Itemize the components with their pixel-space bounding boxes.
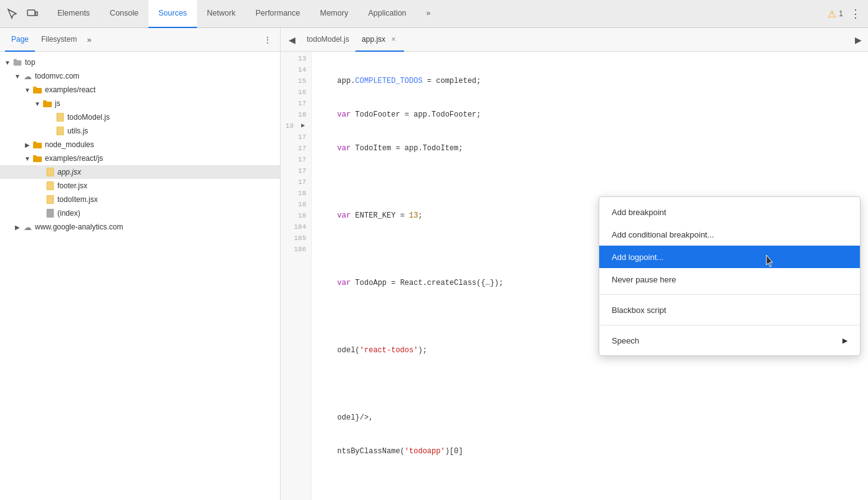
code-line-18b — [319, 479, 861, 491]
svg-rect-5 — [57, 113, 64, 122]
tree-label-utils: utils.js — [67, 127, 88, 135]
code-line-13: app.COMPLETED_TODOS = completed; — [319, 75, 861, 87]
tree-item-examples-react[interactable]: ▼ examples/react — [0, 83, 280, 97]
tab-performance[interactable]: Performance — [246, 0, 311, 28]
tree-arrow-examples-react-js: ▼ — [22, 153, 32, 163]
file-icon-app-jsx — [45, 167, 55, 177]
inspect-icon[interactable] — [5, 6, 20, 21]
svg-rect-10 — [47, 181, 54, 190]
tree-label-node-modules: node_modules — [45, 140, 94, 149]
ctx-blackbox[interactable]: Blackbox script — [599, 299, 860, 321]
ctx-separator-1 — [599, 294, 860, 295]
line-num-18d: 18 — [281, 210, 306, 221]
code-line-17d — [319, 378, 861, 390]
tree-arrow-top: ▼ — [2, 57, 12, 67]
file-icon-index — [45, 208, 55, 218]
editor-tab-app-jsx[interactable]: app.jsx × — [355, 28, 404, 52]
sub-tab-page[interactable]: Page — [5, 28, 35, 52]
editor-tab-bar-right: ▶ — [851, 32, 866, 47]
svg-rect-2 — [14, 60, 21, 65]
code-line-14: var TodoFooter = app.TodoFooter; — [319, 109, 861, 120]
tree-item-js[interactable]: ▼ js — [0, 97, 280, 110]
tab-sources[interactable]: Sources — [148, 0, 197, 28]
ctx-speech-arrow: ▶ — [842, 337, 847, 345]
line-num-17e: 17 — [281, 165, 306, 176]
more-tabs-button[interactable]: » — [417, 0, 441, 28]
editor-collapse-button[interactable]: ▶ — [851, 32, 866, 47]
ctx-speech[interactable]: Speech ▶ — [599, 329, 860, 352]
line-num-19: 19 ▶ — [281, 120, 306, 132]
tree-item-todomvc[interactable]: ▼ ☁ todomvc.com — [0, 69, 280, 83]
svg-rect-0 — [27, 10, 35, 16]
tree-label-todomvc: todomvc.com — [35, 72, 79, 80]
editor-tab-todomodel[interactable]: todoModel.js — [301, 28, 355, 52]
line-num-18b: 18 — [281, 188, 306, 199]
context-menu: Add breakpoint Add conditional breakpoin… — [599, 196, 861, 356]
line-num-17d: 17 — [281, 154, 306, 165]
file-icon-todomodel — [55, 112, 65, 122]
warning-badge[interactable]: ⚠ 1 — [827, 8, 843, 20]
tree-arrow-js: ▼ — [32, 99, 42, 108]
tree-item-index[interactable]: (index) — [0, 206, 280, 220]
file-icon-todoitem-jsx — [45, 195, 55, 204]
more-menu-button[interactable]: ⋮ — [848, 6, 863, 21]
code-line-15: var TodoItem = app.TodoItem; — [319, 143, 861, 154]
cloud-icon-todomvc: ☁ — [22, 71, 32, 81]
tab-network[interactable]: Network — [197, 0, 246, 28]
folder-icon-examples-react — [32, 85, 42, 95]
folder-icon-node-modules — [32, 140, 42, 150]
tree-item-node-modules[interactable]: ▶ node_modules — [0, 138, 280, 151]
sub-tab-actions: ⋮ — [260, 32, 275, 47]
line-num-15: 15 — [281, 75, 306, 87]
tree-label-examples-react: examples/react — [45, 85, 95, 94]
devtools-icons — [5, 6, 40, 21]
tree-item-utils[interactable]: utils.js — [0, 124, 280, 138]
ctx-separator-2 — [599, 325, 860, 325]
left-panel: Page Filesystem » ⋮ ▼ — [0, 28, 281, 500]
tree-item-todoitem-jsx[interactable]: todoItem.jsx — [0, 193, 280, 206]
tree-label-todomodel: todoModel.js — [67, 113, 110, 122]
ctx-never-pause[interactable]: Never pause here — [599, 268, 860, 291]
line-num-14: 14 — [281, 64, 306, 75]
line-num-17: 17 — [281, 98, 306, 109]
line-num-17b: 17 — [281, 132, 306, 143]
tree-arrow-node-modules: ▶ — [22, 140, 32, 150]
tree-item-footer-jsx[interactable]: footer.jsx — [0, 179, 280, 193]
tree-item-todomodel[interactable]: todoModel.js — [0, 110, 280, 124]
tab-elements[interactable]: Elements — [47, 0, 100, 28]
tab-console[interactable]: Console — [100, 0, 148, 28]
line-num-184: 184 — [281, 221, 306, 233]
ctx-add-conditional[interactable]: Add conditional breakpoint... — [599, 223, 860, 246]
top-bar: Elements Console Sources Network Perform… — [0, 0, 868, 28]
tree-label-footer-jsx: footer.jsx — [57, 181, 87, 190]
tree-item-examples-react-js[interactable]: ▼ examples/react/js — [0, 151, 280, 165]
tab-application[interactable]: Application — [358, 0, 416, 28]
file-tree: ▼ top ▼ ☁ todomvc.com ▼ — [0, 52, 280, 500]
editor-back-button[interactable]: ◀ — [283, 31, 301, 49]
svg-rect-6 — [57, 127, 64, 135]
folder-icon-top — [12, 57, 22, 67]
tree-label-top: top — [25, 58, 36, 67]
svg-rect-7 — [33, 143, 42, 148]
tree-label-js: js — [55, 99, 60, 108]
file-icon-utils — [55, 126, 65, 136]
tab-memory[interactable]: Memory — [310, 0, 358, 28]
sub-tab-action-more[interactable]: ⋮ — [260, 32, 275, 47]
editor-tab-close-app-jsx[interactable]: × — [389, 35, 398, 44]
tree-item-google-analytics[interactable]: ▶ ☁ www.google-analytics.com — [0, 220, 280, 234]
sub-tab-filesystem[interactable]: Filesystem — [35, 28, 83, 52]
top-bar-right: ⚠ 1 ⋮ — [827, 6, 863, 21]
main-layout: Page Filesystem » ⋮ ▼ — [0, 28, 868, 500]
code-line-17f: ntsByClassName('todoapp')[0] — [319, 446, 861, 457]
code-line-16 — [319, 176, 861, 188]
device-mode-icon[interactable] — [25, 6, 40, 21]
sub-tab-more[interactable]: » — [83, 35, 95, 44]
ctx-add-breakpoint[interactable]: Add breakpoint — [599, 201, 860, 223]
cloud-icon-google-analytics: ☁ — [22, 222, 32, 232]
line-num-186: 186 — [281, 244, 306, 255]
tree-label-todoitem-jsx: todoItem.jsx — [57, 195, 98, 204]
tree-item-top[interactable]: ▼ top — [0, 55, 280, 69]
tree-label-app-jsx: app.jsx — [57, 168, 81, 176]
tree-item-app-jsx[interactable]: app.jsx — [0, 165, 280, 179]
ctx-add-logpoint[interactable]: Add logpoint... — [599, 246, 860, 268]
